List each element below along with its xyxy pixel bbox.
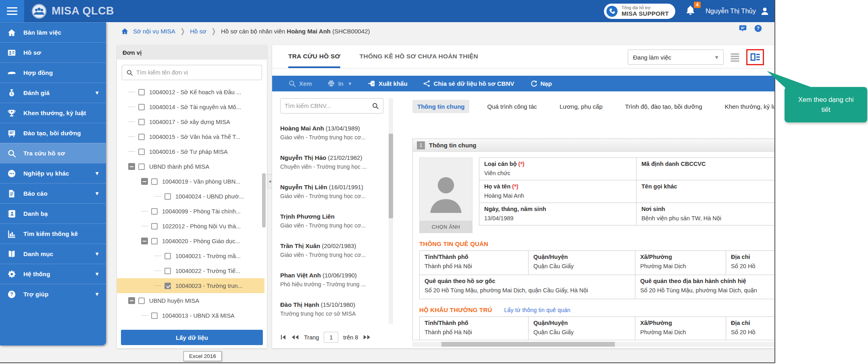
que-quan-field[interactable]: Quận/Huyện Quận Cầu Giấy <box>529 251 635 275</box>
copy-from-que-quan-link[interactable]: Lấy từ thông tin quê quán <box>504 307 571 313</box>
employee-search-input[interactable] <box>285 103 372 109</box>
detail-tab[interactable]: Quá trình công tác <box>482 100 541 113</box>
tree-checkbox[interactable] <box>138 119 145 125</box>
tree-checkbox[interactable] <box>164 283 171 289</box>
tree-node[interactable]: 10040019 - Văn phòng UBN... <box>117 174 264 189</box>
next-page-button[interactable] <box>363 334 371 340</box>
tree-checkbox[interactable] <box>138 89 145 95</box>
tree-checkbox[interactable] <box>138 149 145 155</box>
sidebar-item[interactable]: Hệ thống ▼ <box>0 264 106 284</box>
tree-checkbox[interactable] <box>151 208 158 215</box>
toolbar-button[interactable]: In ▼ <box>327 80 352 87</box>
first-page-button[interactable] <box>280 334 286 340</box>
tree-expander-icon[interactable] <box>128 297 135 304</box>
user-menu[interactable]: Nguyễn Thị Thủy <box>706 6 770 16</box>
tree-checkbox[interactable] <box>138 104 145 110</box>
notifications-button[interactable]: 4 <box>685 5 696 17</box>
tree-node[interactable]: 10040012 - Sở Kế hoạch và Đầu ... <box>117 85 264 99</box>
field-noi-sinh[interactable]: Nơi sinh Bệnh viện phụ sản TW, Hà Nội <box>637 203 775 225</box>
tree-checkbox[interactable] <box>151 223 158 230</box>
employee-list-item[interactable]: Nguyễn Thị Liên (16/01/1991) Giáo viên -… <box>280 179 386 208</box>
que-quan-field-wide[interactable]: Quê quán theo hồ sơ gốc Số 20 Hồ Tùng Mậ… <box>420 275 635 299</box>
list-view-toggle[interactable] <box>729 52 741 63</box>
tree-node[interactable]: UBND thành phố MISA <box>117 159 264 174</box>
tree-checkbox[interactable] <box>164 268 171 274</box>
unit-tree-scrollbar[interactable] <box>262 173 266 228</box>
employee-search-box[interactable] <box>280 98 383 114</box>
tree-checkbox[interactable] <box>138 134 145 140</box>
sidebar-item[interactable]: Khen thưởng, kỷ luật ▼ <box>0 103 106 123</box>
breadcrumb-item-unit[interactable]: Sở nội vụ MISA <box>133 28 175 35</box>
unit-search-box[interactable] <box>122 65 262 80</box>
employee-list-item[interactable]: Đào Thị Hạnh (15/10/1980) Trường trung h… <box>280 296 386 325</box>
help-icon[interactable]: ? <box>754 24 762 34</box>
field-ho-va-ten[interactable]: Họ và tên (*) Hoàng Mai Anh <box>479 180 637 203</box>
que-quan-field[interactable]: Xã/Phường Phường Mai Dịch <box>635 251 726 275</box>
que-quan-field[interactable]: Tỉnh/Thành phố Thành phố Hà Nội <box>420 251 529 275</box>
ho-khau-field[interactable]: Quận/Huyện Quận Cầu Giấy <box>529 317 635 340</box>
tree-expander-icon[interactable] <box>141 238 148 244</box>
feedback-icon[interactable] <box>739 24 747 34</box>
main-tab[interactable]: THỐNG KÊ HỒ SƠ CHƯA HOÀN THIỆN <box>360 53 478 68</box>
field-loai-can-bo[interactable]: Loại cán bộ (*) Viên chức <box>479 158 637 180</box>
sidebar-item[interactable]: Hợp đồng ▼ <box>0 62 106 83</box>
toolbar-button[interactable]: Nạp ▼ <box>530 80 552 87</box>
tree-node[interactable]: 10040021 - Trường mầ... <box>117 248 264 263</box>
sidebar-item[interactable]: Danh mục ▼ <box>0 244 106 264</box>
employee-list-item[interactable]: Hoàng Mai Anh (13/04/1989) Giáo viên - T… <box>280 120 386 149</box>
sidebar-item[interactable]: Tra cứu hồ sơ ▼ <box>0 143 106 163</box>
tree-checkbox[interactable] <box>138 298 145 304</box>
detail-tab[interactable]: Khen thưởng, kỷ luật <box>720 100 775 113</box>
sidebar-item[interactable]: ? Trợ giúp ▼ <box>0 284 106 304</box>
employee-list-item[interactable]: Phan Việt Anh (10/06/1990) Phó hiệu trưở… <box>280 267 386 296</box>
detail-tab[interactable]: Thông tin chung <box>412 100 469 113</box>
sidebar-item[interactable]: Bàn làm việc ▼ <box>0 22 106 42</box>
choose-photo-button[interactable]: CHỌN ẢNH <box>419 221 473 233</box>
sidebar-item[interactable]: Báo cáo ▼ <box>0 183 106 203</box>
tree-node[interactable]: 10040015 - Sở Văn hóa và Thể T... <box>117 129 264 144</box>
employee-list-item[interactable]: Nguyễn Thị Hảo (21/02/1982) Chuyên viên … <box>280 149 386 179</box>
sidebar-item[interactable]: Danh bạ ▼ <box>0 203 106 223</box>
toolbar-button[interactable]: Chia sẻ dữ liệu hồ sơ CBNV ▼ <box>423 80 514 87</box>
employee-list-item[interactable]: Trịnh Phương Liên Giáo viên - Trường tru… <box>280 208 386 238</box>
field-ma-dinh-danh[interactable]: Mã định danh CBCCVC <box>637 158 775 180</box>
ho-khau-field[interactable]: Xã/Phường Phường Mai Dịch <box>635 317 726 340</box>
detail-tab[interactable]: Lương, phụ cấp <box>555 100 608 113</box>
previous-page-button[interactable] <box>291 334 299 340</box>
tree-node[interactable]: 10040020 - Phòng Giáo dục... <box>117 234 264 248</box>
sidebar-item[interactable]: 1 Đánh giá ▼ <box>0 83 106 103</box>
home-icon[interactable] <box>121 27 129 35</box>
field-ngay-sinh[interactable]: Ngày, tháng, năm sinh 13/04/1989 <box>479 203 637 225</box>
que-quan-field[interactable]: Địa chỉ Số 20 Hồ <box>726 251 775 275</box>
tree-checkbox[interactable] <box>164 253 171 259</box>
tree-checkbox[interactable] <box>138 163 145 170</box>
tree-node[interactable]: 10040023 - Trường trun... <box>117 278 264 293</box>
page-number-input[interactable] <box>324 332 338 343</box>
tree-node[interactable]: 10040099 - Phòng Tài chính... <box>117 204 264 219</box>
status-filter-dropdown[interactable]: Đang làm việc ▼ <box>628 50 724 65</box>
tree-node[interactable]: 10040013 - UBND Xã MISA <box>117 308 264 323</box>
tree-node[interactable]: 10040016 - Sở Tư pháp MISA <box>117 144 264 159</box>
detail-horizontal-scrollbar[interactable] <box>412 342 775 347</box>
sidebar-item[interactable]: Tìm kiếm thống kê ▼ <box>0 223 106 244</box>
tree-node[interactable]: 10040014 - Sở Tài nguyên và Mô... <box>117 99 264 114</box>
load-data-button[interactable]: Lấy dữ liệu <box>121 330 263 345</box>
tree-checkbox[interactable] <box>151 238 158 244</box>
que-quan-field-wide[interactable]: Quê quán theo địa bàn hành chính hiệ Số … <box>635 275 775 299</box>
sidebar-item[interactable]: Nghiệp vụ khác ▼ <box>0 163 106 183</box>
tree-checkbox[interactable] <box>151 312 158 319</box>
main-tab[interactable]: TRA CỨU HỒ SƠ <box>288 53 340 68</box>
field-ten-goi-khac[interactable]: Tên gọi khác <box>637 180 775 203</box>
tree-node[interactable]: 10040022 - Trường Tiế... <box>117 263 264 278</box>
sidebar-item[interactable]: Hồ sơ ▼ <box>0 42 106 62</box>
tree-checkbox[interactable] <box>151 178 158 185</box>
employee-list-item[interactable]: Trần Thị Xuân (20/02/1983) Giáo viên - T… <box>280 238 386 267</box>
panel-collapse-handle[interactable]: ◀ <box>267 174 273 188</box>
detail-tab[interactable]: Trình độ, đào tạo, bồi dưỡng <box>620 100 707 113</box>
tree-expander-icon[interactable] <box>141 178 148 185</box>
tree-node[interactable]: UBND huyện MISA <box>117 293 264 308</box>
hamburger-menu-button[interactable] <box>0 0 24 22</box>
employee-list-scrollbar[interactable] <box>389 98 393 324</box>
toolbar-button[interactable]: Xem ▼ <box>288 80 312 87</box>
ho-khau-field[interactable]: Địa chỉ Số 20 Hồ <box>726 317 775 340</box>
